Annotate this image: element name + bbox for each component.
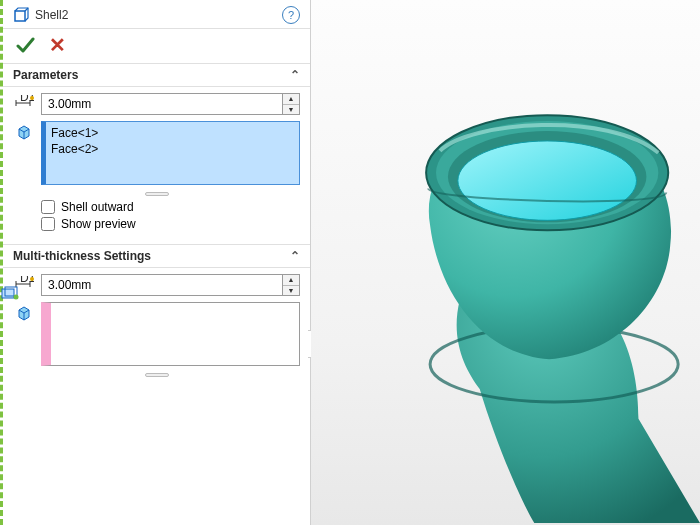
spinner-down-icon[interactable]: ▼ [283,286,299,296]
thickness-input[interactable] [41,93,282,115]
shell-outward-checkbox[interactable]: Shell outward [41,200,300,214]
svg-point-8 [14,295,19,300]
faces-to-remove-list[interactable]: Face<1> Face<2> [41,121,300,185]
multithickness-header[interactable]: Multi-thickness Settings ⌃ [3,244,310,268]
mt-faces-row [13,302,300,366]
shell-outward-label: Shell outward [61,200,134,214]
show-preview-checkbox[interactable]: Show preview [41,217,300,231]
mt-faces-selection-icon [13,302,35,322]
shell-outward-input[interactable] [41,200,55,214]
parameters-header[interactable]: Parameters ⌃ [3,63,310,87]
feature-title: Shell2 [35,8,68,22]
faces-selection-icon [13,121,35,141]
parameters-title: Parameters [13,68,78,82]
chevron-up-icon: ⌃ [290,68,300,82]
dimension-icon: D1 [13,93,35,111]
faces-row: Face<1> Face<2> [13,121,300,185]
svg-point-3 [30,96,34,100]
mt-faces-list[interactable] [41,302,300,366]
svg-rect-0 [15,11,25,21]
show-preview-input[interactable] [41,217,55,231]
multithickness-title: Multi-thickness Settings [13,249,151,263]
thickness-input-wrap: ▲ ▼ [41,93,300,115]
thickness-row: D1 ▲ ▼ [13,93,300,115]
thickness-spinner[interactable]: ▲ ▼ [282,93,300,115]
mt-thickness-row: D1 ▲ ▼ [13,274,300,296]
chevron-up-icon: ⌃ [290,249,300,263]
ok-button[interactable] [15,35,35,55]
cancel-button[interactable]: ✕ [49,35,66,55]
app-root: Shell2 ? ✕ Parameters ⌃ D1 [0,0,700,525]
mt-thickness-spinner[interactable]: ▲ ▼ [282,274,300,296]
multithickness-body: D1 ▲ ▼ [3,268,310,388]
svg-rect-6 [2,289,14,298]
mt-thickness-input[interactable] [41,274,282,296]
svg-point-10 [30,277,34,281]
parameters-body: D1 ▲ ▼ [3,87,310,244]
mt-list-resize-handle[interactable] [13,372,300,378]
confirm-bar: ✕ [3,29,310,63]
spinner-up-icon[interactable]: ▲ [283,275,299,286]
list-item[interactable]: Face<2> [51,141,294,157]
model-render [311,0,700,525]
mt-thickness-input-wrap: ▲ ▼ [41,274,300,296]
shell-feature-icon [13,7,29,23]
spinner-down-icon[interactable]: ▼ [283,105,299,115]
multithickness-feature-icon [1,286,19,303]
show-preview-label: Show preview [61,217,136,231]
help-icon[interactable]: ? [282,6,300,24]
model-selected-face[interactable] [458,141,637,220]
list-resize-handle[interactable] [13,191,300,197]
spinner-up-icon[interactable]: ▲ [283,94,299,105]
list-item[interactable]: Face<1> [51,125,294,141]
property-panel: Shell2 ? ✕ Parameters ⌃ D1 [3,0,311,525]
graphics-viewport[interactable] [311,0,700,525]
feature-header: Shell2 ? [3,0,310,29]
